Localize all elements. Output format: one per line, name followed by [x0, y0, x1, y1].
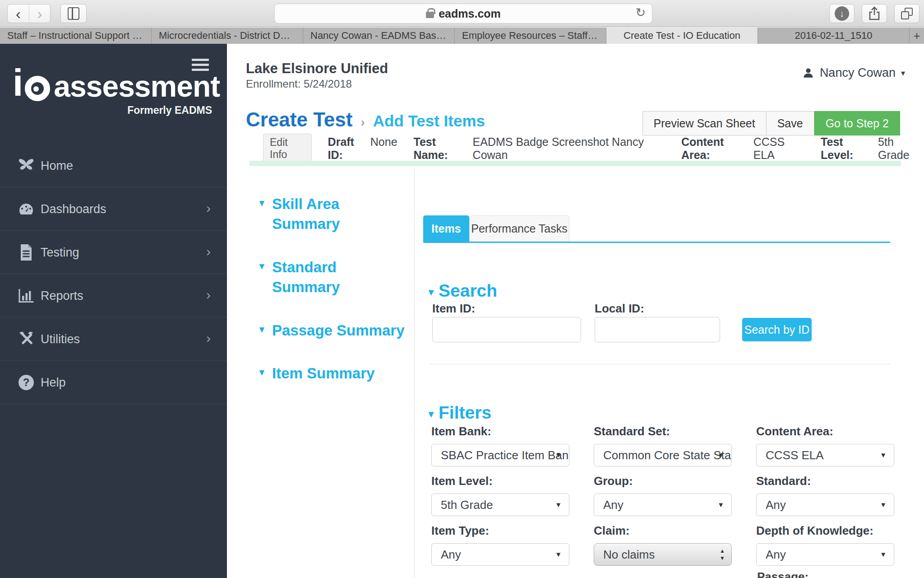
filter-label: Claim: [594, 524, 732, 538]
filter-label: Item Type: [431, 524, 569, 538]
filter-label: Depth of Knowledge: [756, 524, 894, 538]
person-icon [802, 67, 814, 79]
select-arrow-icon: ▼ [880, 494, 887, 516]
sidebar-item-testing[interactable]: Testing › [0, 231, 227, 274]
tools-icon [17, 330, 35, 348]
browser-toolbar: ‹ › eadms.com ↻ ↓ [0, 0, 924, 27]
sidebar-item-label: Utilities [41, 317, 80, 361]
local-id-input[interactable] [595, 317, 720, 342]
select-arrow-icon: ▼ [880, 544, 887, 565]
logo-tagline: Formerly EADMS [13, 104, 212, 117]
share-button[interactable] [862, 4, 887, 23]
share-icon [868, 6, 881, 21]
claim-select[interactable]: No claims ▲ ▼ [594, 543, 732, 566]
sidebar-item-reports[interactable]: Reports › [0, 274, 227, 317]
search-section-header[interactable]: ▾ Search [429, 281, 497, 301]
group-select[interactable]: Any ▼ [594, 494, 732, 516]
caret-down-icon: ▾ [259, 196, 264, 209]
summary-links: ▾ Skill Area Summary ▾ Standard Summary … [259, 194, 408, 407]
browser-tab-employee-resources[interactable]: Employee Resources – Staff –... [455, 28, 606, 44]
question-icon: ? [17, 373, 35, 392]
logo-aperture-icon [25, 76, 50, 101]
draft-id: Draft ID:None [328, 135, 397, 162]
standard-summary-link[interactable]: ▾ Standard Summary [259, 257, 408, 297]
sidebar-toggle-button[interactable] [60, 4, 87, 23]
url-text: eadms.com [439, 7, 501, 20]
browser-tab-create-test-active[interactable]: Create Test - IO Education [606, 28, 758, 44]
filter-label: Standard Set: [594, 424, 732, 438]
item-summary-link[interactable]: ▾ Item Summary [259, 364, 408, 383]
user-menu[interactable]: Nancy Cowan ▾ [802, 66, 905, 80]
filter-group: Group: Any ▼ [594, 474, 732, 516]
sidebar-panel-icon [68, 7, 79, 20]
tab-items[interactable]: Items [423, 215, 469, 242]
filter-label: Content Area: [756, 424, 894, 438]
chevron-right-icon: › [206, 187, 211, 229]
gauge-icon [17, 200, 35, 218]
filter-depth-of-knowledge: Depth of Knowledge: Any ▼ [756, 524, 894, 566]
filter-label: Item Bank: [431, 424, 569, 438]
select-arrow-icon: ▼ [717, 444, 724, 466]
refresh-icon[interactable]: ↻ [635, 5, 646, 20]
chevron-right-icon: › [206, 274, 211, 316]
sidebar-item-label: Testing [41, 231, 79, 274]
back-button[interactable]: ‹ [8, 5, 29, 23]
butterfly-icon [17, 157, 35, 175]
browser-tab-staff[interactable]: Staff – Instructional Support S... [0, 28, 152, 44]
passage-summary-link[interactable]: ▾ Passage Summary [259, 321, 408, 340]
caret-down-icon: ▾ [259, 260, 264, 272]
caret-down-icon: ▾ [259, 323, 264, 336]
sidebar-item-help[interactable]: ? Help [0, 361, 227, 404]
filter-item-level: Item Level: 5th Grade ▼ [431, 474, 569, 516]
go-to-step-2-button[interactable]: Go to Step 2 [814, 111, 900, 135]
browser-tab-microcredentials[interactable]: Microcredentials - District Dep... [152, 28, 303, 44]
preview-scan-sheet-button[interactable]: Preview Scan Sheet [642, 111, 767, 135]
filters-section-header[interactable]: ▾ Filters [429, 403, 491, 423]
edit-info-button[interactable]: Edit Info [263, 134, 312, 163]
item-id-input[interactable] [432, 317, 581, 342]
item-type-select[interactable]: Any ▼ [431, 543, 569, 566]
back-icon: ‹ [16, 6, 21, 21]
standard-select[interactable]: Any ▼ [756, 494, 894, 516]
sidebar-item-home[interactable]: Home [0, 144, 227, 187]
page-title: Create Test [246, 108, 352, 131]
address-bar[interactable]: eadms.com ↻ [274, 4, 652, 23]
tab-performance-tasks[interactable]: Performance Tasks [469, 215, 569, 242]
forward-icon: › [37, 6, 42, 21]
filter-standard-set: Standard Set: Common Core State Stan ▼ [594, 424, 732, 466]
filter-item-type: Item Type: Any ▼ [431, 524, 569, 566]
test-name: Test Name:EADMS Badge Screenshot Nancy C… [414, 135, 665, 162]
sidebar-item-utilities[interactable]: Utilities › [0, 317, 227, 361]
lock-icon [426, 12, 434, 18]
search-by-id-button[interactable]: Search by ID [742, 318, 812, 341]
tab-overview-button[interactable] [894, 4, 919, 23]
filter-label: Group: [594, 474, 732, 488]
sidebar-item-dashboards[interactable]: Dashboards › [0, 187, 227, 231]
content-tab-bar: Items Performance Tasks [423, 217, 890, 243]
test-info-bar: Edit Info Draft ID:None Test Name:EADMS … [263, 139, 924, 158]
sidebar-item-label: Help [41, 361, 66, 404]
download-icon: ↓ [835, 6, 849, 21]
app-sidebar: i assessment Formerly EADMS Home [0, 44, 227, 578]
enrollment-date: Enrollment: 5/24/2018 [246, 78, 352, 90]
forward-button[interactable]: › [29, 5, 50, 23]
item-bank-select[interactable]: SBAC Practice Item Bank ▼ [431, 444, 569, 466]
column-divider [414, 168, 415, 578]
section-divider [430, 364, 890, 364]
filter-item-bank: Item Bank: SBAC Practice Item Bank ▼ [431, 424, 569, 466]
breadcrumb-chevron-icon: › [360, 115, 365, 130]
content-area-select[interactable]: CCSS ELA ▼ [756, 444, 894, 466]
standard-set-select[interactable]: Common Core State Stan ▼ [594, 444, 732, 466]
item-id-label: Item ID: [432, 302, 475, 316]
new-tab-button[interactable]: + [910, 28, 924, 44]
downloads-button[interactable]: ↓ [829, 4, 855, 23]
depth-of-knowledge-select[interactable]: Any ▼ [756, 543, 894, 566]
item-level-select[interactable]: 5th Grade ▼ [431, 494, 569, 516]
browser-tab-eadms-basics[interactable]: Nancy Cowan - EADMS Basics... [303, 28, 455, 44]
browser-tab-screenshot-file[interactable]: 2016-02-11_1510 [758, 28, 910, 44]
save-button[interactable]: Save [767, 111, 814, 135]
chevron-right-icon: › [206, 317, 211, 359]
skill-area-summary-link[interactable]: ▾ Skill Area Summary [259, 194, 408, 234]
caret-down-icon: ▾ [429, 408, 434, 420]
select-arrow-icon: ▼ [880, 444, 887, 466]
